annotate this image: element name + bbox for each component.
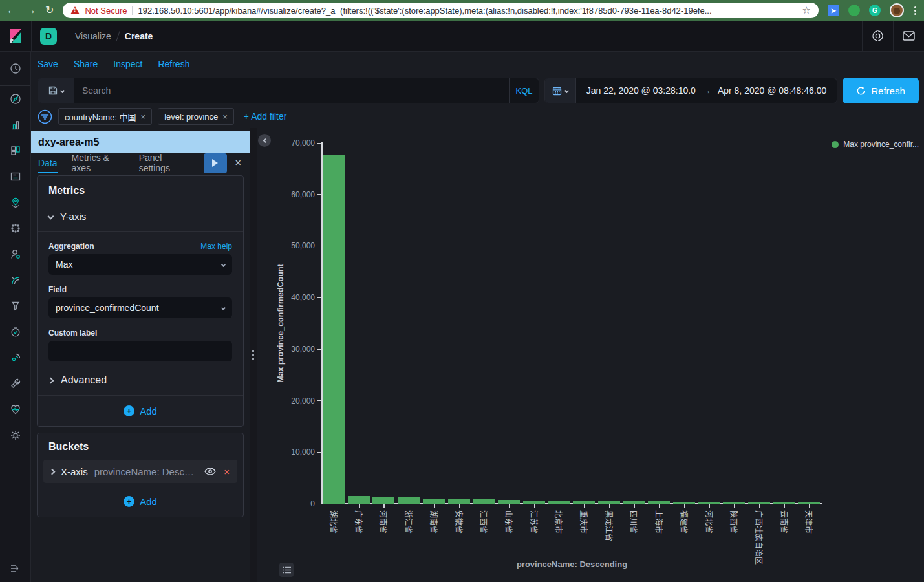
advanced-accordion[interactable]: Advanced (48, 374, 232, 386)
x-tick-label: 湖南省 (429, 510, 440, 534)
sidebar-item-discover[interactable] (0, 86, 30, 112)
bar[interactable] (372, 497, 394, 504)
sidebar-item-stack-monitoring[interactable] (0, 396, 30, 422)
filter-pill[interactable]: level: province× (158, 108, 234, 125)
recently-viewed-icon (10, 63, 21, 74)
metrics-card: Metrics Y-axis Aggregation Max help Max (37, 175, 244, 427)
sidebar-item-logs[interactable] (0, 267, 30, 293)
aggregation-select[interactable]: Max (48, 254, 232, 275)
browser-back-icon[interactable]: ← (6, 5, 17, 16)
kibana-header: D Visualize Create (0, 21, 924, 52)
remove-bucket-icon[interactable]: × (222, 466, 231, 477)
sidebar-item-canvas[interactable] (0, 164, 30, 189)
visualize-workspace: dxy-area-m5 DataMetrics & axesPanel sett… (31, 128, 924, 582)
sidebar-item-recently-viewed[interactable] (0, 52, 30, 86)
filter-options-icon[interactable] (38, 109, 52, 124)
x-tick-mark (809, 504, 810, 508)
remove-filter-icon[interactable]: × (141, 112, 146, 122)
refresh-action-link[interactable]: Refresh (158, 59, 189, 69)
sidebar-collapse-button[interactable] (0, 557, 31, 579)
browser-menu-icon[interactable] (913, 5, 918, 16)
help-lifering-icon (872, 30, 884, 42)
refresh-query-button[interactable]: Refresh (843, 78, 919, 103)
query-bar: KQL (38, 78, 539, 103)
breadcrumb-separator (116, 31, 120, 41)
share-action-link[interactable]: Share (74, 59, 98, 69)
filter-pill[interactable]: countryName: 中国× (58, 108, 152, 125)
date-range-start[interactable]: Jan 22, 2020 @ 03:28:10.0 (586, 85, 696, 96)
y-tick-mark (317, 194, 321, 195)
aggregation-label: Aggregation (48, 242, 94, 251)
search-input[interactable] (74, 78, 509, 103)
sidebar-item-maps[interactable] (0, 189, 30, 215)
panel-resizer-handle[interactable] (250, 128, 257, 582)
query-language-button[interactable]: KQL (509, 78, 539, 103)
extension-green-icon[interactable] (848, 5, 860, 16)
grammarly-extension-icon[interactable]: G (869, 5, 881, 16)
browser-profile-avatar[interactable] (890, 3, 904, 17)
bar[interactable] (398, 497, 420, 504)
save-action-link[interactable]: Save (38, 59, 58, 69)
bar[interactable] (448, 499, 470, 504)
legend-toggle-button[interactable] (279, 563, 294, 577)
sidebar-item-siem[interactable] (0, 293, 30, 319)
x-tick-mark (434, 504, 435, 508)
sidebar-item-uptime[interactable] (0, 319, 30, 345)
address-bar[interactable]: Not Secure 192.168.50.10:5601/app/kibana… (63, 3, 819, 18)
apply-changes-button[interactable] (204, 153, 226, 173)
x-tick-mark (383, 504, 384, 508)
help-button[interactable] (862, 21, 893, 51)
sidebar-item-graph[interactable] (0, 241, 30, 267)
logs-icon (10, 274, 21, 286)
bar[interactable] (473, 499, 495, 504)
bar[interactable] (423, 499, 445, 504)
extension-blue-icon[interactable]: ➤ (828, 5, 839, 16)
custom-label-input[interactable] (48, 341, 232, 361)
eye-icon[interactable] (204, 468, 216, 475)
tab-metrics-axes[interactable]: Metrics & axes (72, 153, 125, 173)
remove-filter-icon[interactable]: × (222, 112, 228, 122)
browser-reload-icon[interactable]: ↻ (45, 5, 54, 16)
sidebar-item-machine-learning[interactable] (0, 215, 30, 241)
bar[interactable] (323, 155, 345, 504)
add-filter-button[interactable]: + Add filter (244, 111, 287, 122)
apm-icon (10, 352, 21, 363)
add-bucket-button[interactable]: + Add (38, 486, 243, 517)
inspect-action-link[interactable]: Inspect (113, 59, 142, 69)
url-separator (132, 6, 133, 15)
canvas-icon (10, 171, 21, 182)
x-tick-label: 浙江省 (403, 510, 414, 534)
bookmark-star-icon[interactable]: ☆ (802, 5, 811, 16)
sidebar-item-dashboard[interactable] (0, 138, 30, 164)
bar[interactable] (348, 496, 370, 504)
buckets-heading: Buckets (43, 441, 237, 453)
chevron-down-icon (48, 213, 54, 220)
sidebar-item-visualize[interactable] (0, 112, 30, 138)
feedback-button[interactable] (893, 21, 924, 51)
space-avatar[interactable]: D (40, 28, 57, 45)
sidebar-item-management[interactable] (0, 422, 30, 448)
browser-forward-icon[interactable]: → (26, 5, 36, 16)
y-axis-accordion[interactable]: Y-axis (48, 211, 232, 222)
legend-item[interactable]: Max province_confir... (832, 140, 919, 149)
sidebar-item-apm[interactable] (0, 345, 30, 371)
breadcrumb-visualize[interactable]: Visualize (75, 31, 111, 41)
x-axis-bucket-row[interactable]: X-axis provinceName: Descen... × (43, 460, 237, 483)
x-tick-mark (734, 504, 735, 508)
max-help-link[interactable]: Max help (200, 242, 232, 251)
quick-select-menu-button[interactable] (545, 78, 576, 103)
url-text[interactable]: 192.168.50.10:5601/app/kibana#/visualize… (138, 6, 797, 16)
tab-panel-settings[interactable]: Panel settings (139, 153, 190, 173)
chevron-right-icon (48, 377, 54, 383)
discard-changes-button[interactable]: × (227, 156, 250, 169)
sidebar-item-dev-tools[interactable] (0, 371, 30, 396)
tab-data[interactable]: Data (38, 153, 58, 173)
add-metric-button[interactable]: + Add (38, 395, 243, 426)
dashboard-icon (10, 145, 21, 156)
x-tick-mark (634, 504, 634, 508)
saved-query-menu-button[interactable] (38, 78, 74, 103)
kibana-logo[interactable] (0, 21, 32, 52)
vis-title-input[interactable]: dxy-area-m5 (31, 131, 250, 153)
field-select[interactable]: province_confirmedCount (48, 297, 232, 318)
date-range-end[interactable]: Apr 8, 2020 @ 08:48:46.00 (718, 85, 826, 96)
